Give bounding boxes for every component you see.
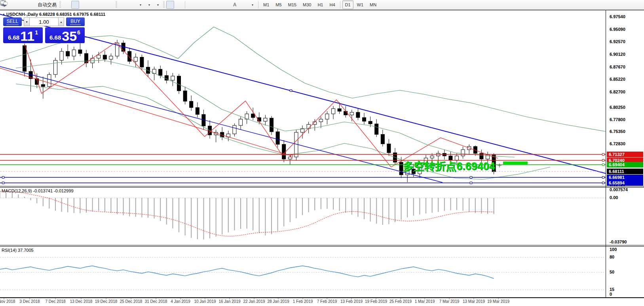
chart-shift-icon[interactable] xyxy=(127,1,135,9)
buy-price-button[interactable]: 6.68356 xyxy=(45,27,85,43)
price-axis-label: 6.92570 xyxy=(610,39,625,44)
price-axis-label: 6.75350 xyxy=(610,129,625,134)
rsi-axis-label: 80 xyxy=(610,255,614,259)
chat-icon[interactable] xyxy=(634,1,642,9)
date-axis-label: 1 Feb 2019 xyxy=(293,299,313,304)
line-handle[interactable] xyxy=(602,182,604,184)
candlestick-chart-icon[interactable] xyxy=(71,1,79,9)
date-axis-label: 1 Mar 2019 xyxy=(415,299,435,304)
price-axis-label: 6.77800 xyxy=(610,117,625,122)
rsi-indicator-label: RSI(14) 37.7005 xyxy=(2,248,34,253)
time-axis-border xyxy=(0,297,644,298)
macd-separator-bottom[interactable] xyxy=(0,187,644,188)
date-axis-label: 27 Nov 2018 xyxy=(0,299,15,304)
one-click-trading-panel: SELL ▼ 1.00 ▲ BUY 6.68111 6.68356 xyxy=(3,17,85,43)
zoom-out-icon[interactable] xyxy=(97,1,105,9)
chart-graphics xyxy=(0,0,644,306)
timeframe-d1[interactable]: D1 xyxy=(342,0,353,9)
timeframe-m30[interactable]: M30 xyxy=(300,0,314,9)
dropdown-caret: ▾ xyxy=(252,3,253,7)
line-handle[interactable] xyxy=(290,89,292,92)
signals-icon[interactable] xyxy=(27,1,34,9)
trendline-icon[interactable] xyxy=(205,1,213,9)
buy-button[interactable]: BUY xyxy=(66,17,85,26)
toolbar-grip[interactable] xyxy=(59,1,61,8)
date-axis-label: 10 Jan 2019 xyxy=(194,299,216,304)
price-axis-label: 6.87670 xyxy=(610,65,625,69)
volume-decrease-button[interactable]: ▼ xyxy=(24,17,30,26)
price-axis-label: 6.97540 xyxy=(610,14,625,19)
rsi-separator-top xyxy=(0,245,644,245)
window-expand-icon[interactable]: ▲ xyxy=(2,13,5,15)
price-axis-label: 6.90120 xyxy=(610,52,625,57)
price-tag-6.66981: 6.66981 xyxy=(607,175,643,180)
volume-increase-button[interactable]: ▲ xyxy=(58,17,64,26)
date-axis-label: 13 Mar 2019 xyxy=(463,299,485,304)
date-axis-label: 28 Jan 2019 xyxy=(267,299,289,304)
crosshair-icon[interactable] xyxy=(175,1,183,9)
autoscroll-icon[interactable] xyxy=(119,1,127,9)
line-handle[interactable] xyxy=(602,153,604,156)
sell-button[interactable]: SELL xyxy=(3,17,22,26)
line-handle[interactable] xyxy=(602,159,604,162)
tile-windows-icon[interactable] xyxy=(106,1,114,9)
date-axis-label: 31 Dec 2018 xyxy=(145,299,167,304)
sell-price-button[interactable]: 6.68111 xyxy=(3,27,43,43)
bar-chart-icon[interactable] xyxy=(63,1,70,9)
timeframe-m15[interactable]: M15 xyxy=(285,0,299,9)
equidistant-channel-icon[interactable]: E xyxy=(213,1,221,9)
zoom-in-icon[interactable] xyxy=(89,1,97,9)
pivot-annotation-text: 多空转折点6.69404 xyxy=(403,159,495,173)
line-handle[interactable] xyxy=(470,176,472,179)
toolbar-grip[interactable] xyxy=(116,1,117,8)
timeframe-h1[interactable]: H1 xyxy=(315,0,326,9)
toolbar-grip[interactable] xyxy=(163,1,165,8)
date-axis-label: 22 Jan 2019 xyxy=(243,299,265,304)
timeframe-m5[interactable]: M5 xyxy=(273,0,284,9)
cursor-icon[interactable] xyxy=(166,1,174,9)
market-watch-icon[interactable] xyxy=(9,1,17,9)
date-axis-label: 3 Dec 2018 xyxy=(19,299,40,304)
date-axis-label: 19 Mar 2019 xyxy=(487,299,509,304)
rsi-separator-bottom[interactable] xyxy=(0,246,644,247)
date-axis-label: 16 Jan 2019 xyxy=(218,299,240,304)
arrows-tool-button[interactable]: ▾ xyxy=(248,1,256,9)
price-axis-column[interactable]: 6.975406.950906.925706.901206.876706.852… xyxy=(606,10,644,298)
dropdown-caret: ▾ xyxy=(140,3,141,7)
macd-indicator-label: MACD(12,26,9) -0.013741 -0.012999 xyxy=(2,188,74,193)
price-axis-label: 6.82700 xyxy=(610,89,625,94)
rsi-axis-label: 50 xyxy=(610,270,614,274)
dropdown-caret: ▾ xyxy=(157,3,159,7)
timeframe-m1[interactable]: M1 xyxy=(260,0,272,9)
autotrade-button[interactable]: 自动交易 xyxy=(35,1,58,9)
date-axis-label: 25 Feb 2019 xyxy=(389,299,412,304)
line-handle[interactable] xyxy=(2,182,4,184)
new-chart-button[interactable]: ▾ xyxy=(136,1,144,9)
fibonacci-icon[interactable]: F xyxy=(222,1,230,9)
timeframe-w1[interactable]: W1 xyxy=(354,0,367,9)
volume-input[interactable]: 1.00 xyxy=(30,17,58,26)
price-axis-label: 6.95090 xyxy=(610,27,625,32)
timeframe-h4[interactable]: H4 xyxy=(327,0,338,9)
price-axis-label: 6.80250 xyxy=(610,105,625,110)
rsi-axis-label: 15 xyxy=(610,287,614,292)
line-chart-icon[interactable] xyxy=(80,1,88,9)
line-handle[interactable] xyxy=(602,176,604,179)
horizontal-line-icon[interactable] xyxy=(196,1,204,9)
line-handle[interactable] xyxy=(470,182,472,184)
accounts-icon[interactable] xyxy=(18,1,26,9)
date-axis-label: 25 Dec 2018 xyxy=(120,299,142,304)
vertical-line-icon[interactable] xyxy=(187,1,195,9)
timeframe-group: M1M5M15M30H1H4D1W1MN xyxy=(260,0,380,9)
template-button[interactable]: ▾ xyxy=(154,1,161,9)
mt4-terminal: { "toolbar": { "new_order_label": "单", "… xyxy=(0,0,644,306)
text-icon[interactable]: A xyxy=(231,1,239,9)
rsi-axis-label: 0 xyxy=(610,292,612,296)
line-handle[interactable] xyxy=(2,176,4,179)
period-button[interactable]: ▾ xyxy=(145,1,153,9)
timeframe-mn[interactable]: MN xyxy=(367,0,379,9)
search-icon[interactable] xyxy=(625,1,633,9)
line-handle[interactable] xyxy=(602,163,604,166)
text-label-icon[interactable]: T xyxy=(239,1,247,9)
line-handle[interactable] xyxy=(291,155,293,157)
